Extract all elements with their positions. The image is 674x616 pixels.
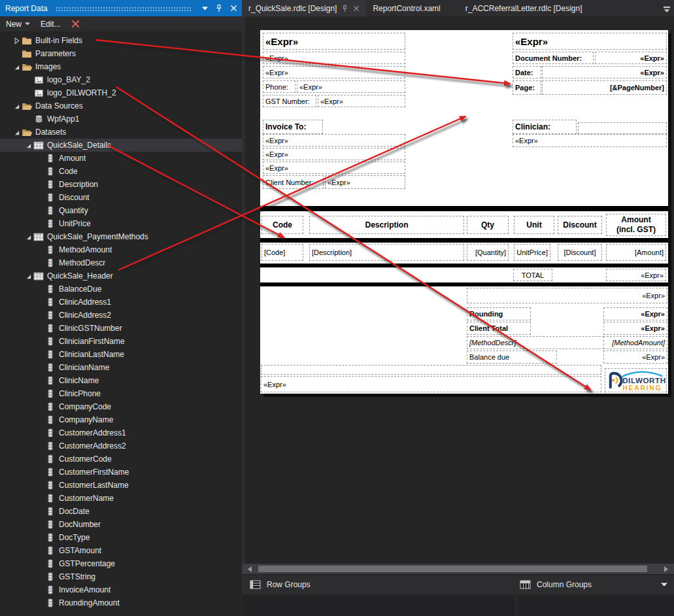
- panel-close-icon[interactable]: [227, 3, 239, 14]
- tree-item-companycode[interactable]: CompanyCode: [0, 400, 242, 413]
- tree-item-customeraddress1[interactable]: CustomerAddress1: [0, 426, 242, 439]
- tree-item-clinicname[interactable]: ClinicName: [0, 374, 242, 387]
- tree-item-parameters[interactable]: Parameters: [0, 47, 242, 60]
- tree-item-methoddescr[interactable]: MethodDescr: [0, 256, 242, 269]
- tree-item-balancedue[interactable]: BalanceDue: [0, 282, 242, 296]
- tree-item-gststring[interactable]: GSTString: [0, 570, 242, 583]
- client-total-label[interactable]: Client Total: [467, 322, 531, 335]
- panel-dropdown-icon[interactable]: [199, 3, 211, 14]
- tree-item-quicksale-header[interactable]: QuickSale_Header: [0, 269, 242, 282]
- balance-due-label[interactable]: Balance due: [467, 351, 557, 364]
- customer-address2-textbox[interactable]: «Expr»: [263, 162, 405, 174]
- active-files-dropdown-icon[interactable]: [663, 4, 671, 16]
- method-amount-cell[interactable]: [MethodAmount]: [603, 336, 667, 349]
- qty-column-header[interactable]: Qty: [467, 216, 509, 234]
- tree-item-logo-bay-2[interactable]: logo_BAY_2: [0, 73, 242, 86]
- tree-item-customeraddress2[interactable]: CustomerAddress2: [0, 439, 242, 453]
- tree-item-unitprice[interactable]: UnitPrice: [0, 217, 242, 230]
- unit-column-header[interactable]: Unit: [514, 216, 554, 234]
- tree-item-customername[interactable]: CustomerName: [0, 492, 242, 505]
- code-column-header[interactable]: Code: [261, 216, 303, 234]
- summary-top-textbox[interactable]: «Expr»: [467, 288, 667, 303]
- tree-item-clinicianname[interactable]: ClinicianName: [0, 361, 242, 374]
- tree-item-gstpercentage[interactable]: GSTPercentage: [0, 557, 242, 570]
- expander-expanded-icon[interactable]: [24, 273, 33, 280]
- client-number-label[interactable]: Client Number:: [263, 175, 324, 189]
- discount-column-header[interactable]: Discount: [558, 216, 602, 234]
- edit-button[interactable]: Edit...: [41, 20, 61, 29]
- clinic-address2-textbox[interactable]: «Expr»: [263, 66, 405, 78]
- gst-number-value-textbox[interactable]: «Expr»: [318, 95, 405, 107]
- tree-item-description[interactable]: Description: [0, 178, 242, 191]
- expander-expanded-icon[interactable]: [24, 142, 33, 149]
- tree-item-quicksale-paymentmethods[interactable]: QuickSale_PaymentMethods: [0, 230, 242, 243]
- doc-type-textbox[interactable]: «Expr»: [513, 33, 667, 50]
- balance-due-value-textbox[interactable]: «Expr»: [603, 351, 667, 364]
- tree-item-clinicphone[interactable]: ClinicPhone: [0, 387, 242, 400]
- tree-item-code[interactable]: Code: [0, 165, 242, 178]
- expander-expanded-icon[interactable]: [12, 103, 21, 110]
- phone-value-textbox[interactable]: «Expr»: [297, 80, 405, 93]
- tree-item-methodamount[interactable]: MethodAmount: [0, 243, 242, 256]
- tree-item-clinicianlastname[interactable]: ClinicianLastName: [0, 348, 242, 361]
- expander-expanded-icon[interactable]: [12, 63, 21, 71]
- tree-item-gstamount[interactable]: GSTAmount: [0, 544, 242, 557]
- description-cell[interactable]: [Description]: [309, 244, 464, 261]
- description-column-header[interactable]: Description: [309, 216, 464, 234]
- dilworth-logo-imagebox[interactable]: DILWORTH HEARING: [605, 368, 667, 392]
- tab-pin-icon[interactable]: [341, 5, 348, 12]
- tab-close-icon[interactable]: [353, 5, 360, 12]
- tree-item-docnumber[interactable]: DocNumber: [0, 518, 242, 531]
- panel-pin-icon[interactable]: [213, 3, 225, 14]
- phone-label[interactable]: Phone:: [263, 80, 295, 93]
- tree-item-clinicaddress1[interactable]: ClinicAddress1: [0, 296, 242, 309]
- client-total-value-textbox[interactable]: «Expr»: [603, 322, 667, 335]
- expander-collapsed-icon[interactable]: [12, 37, 21, 44]
- unitprice-cell[interactable]: UnitPrice]: [514, 244, 550, 261]
- row-groups-section[interactable]: Row Groups: [250, 575, 311, 594]
- clinic-name-textbox[interactable]: «Expr»: [263, 33, 405, 50]
- customer-name-textbox[interactable]: «Expr»: [263, 134, 405, 146]
- method-descr-cell[interactable]: [MethodDescr]: [467, 336, 604, 349]
- rounding-value-textbox[interactable]: «Expr»: [603, 307, 667, 320]
- tree-item-wpfapp1[interactable]: WpfApp1: [0, 112, 242, 126]
- scroll-thumb[interactable]: [258, 566, 647, 572]
- tree-item-clinicaddress2[interactable]: ClinicAddress2: [0, 309, 242, 322]
- tree-item-data-sources[interactable]: Data Sources: [0, 99, 242, 112]
- tree-item-clinicgstnumber[interactable]: ClinicGSTNumber: [0, 322, 242, 335]
- gst-number-label[interactable]: GST Number:: [263, 95, 316, 107]
- report-page[interactable]: «Expr» «Expr» «Expr» Phone: «Expr» GST N…: [260, 30, 668, 394]
- column-groups-pane[interactable]: [517, 594, 674, 616]
- tree-item-docdate[interactable]: DocDate: [0, 505, 242, 518]
- expander-expanded-icon[interactable]: [24, 233, 33, 241]
- delete-button[interactable]: [71, 20, 80, 28]
- panel-title-bar[interactable]: Report Data: [0, 0, 242, 16]
- tree-item-images[interactable]: Images: [0, 60, 242, 73]
- tree-item-quantity[interactable]: Quantity: [0, 204, 242, 217]
- tree-item-built-in-fields[interactable]: Built-in Fields: [0, 34, 242, 47]
- amount-cell[interactable]: [Amount]: [606, 244, 666, 261]
- tree-item-quicksale-details[interactable]: QuickSale_Details: [0, 139, 242, 152]
- quantity-cell[interactable]: [Quantity]: [467, 244, 509, 261]
- date-value-textbox[interactable]: «Expr»: [542, 66, 667, 78]
- expander-expanded-icon[interactable]: [12, 129, 21, 136]
- discount-cell[interactable]: [Discount]: [558, 244, 602, 261]
- document-number-value-textbox[interactable]: «Expr»: [595, 52, 667, 64]
- tab-reportcontrol-xaml[interactable]: ReportControl.xaml: [366, 0, 447, 16]
- rounding-label[interactable]: Rounding: [467, 307, 531, 320]
- clinician-label[interactable]: Clinician:: [513, 120, 577, 134]
- tree-item-discount[interactable]: Discount: [0, 191, 242, 204]
- total-label[interactable]: TOTAL: [513, 269, 552, 281]
- tab-r-quicksale-rdlc-design[interactable]: r_QuickSale.rdlc [Design]: [242, 0, 366, 16]
- invoice-to-label[interactable]: Invoice To:: [263, 120, 323, 134]
- tree-item-companyname[interactable]: CompanyName: [0, 413, 242, 426]
- tab-r-accreferralletter-rdlc-design[interactable]: r_ACCReferralLetter.rdlc [Design]: [459, 0, 589, 16]
- scroll-right-arrow-icon[interactable]: [663, 566, 669, 572]
- clinic-address1-textbox[interactable]: «Expr»: [263, 52, 405, 64]
- tree-item-amount[interactable]: Amount: [0, 152, 242, 165]
- document-number-label[interactable]: Document Number:: [513, 52, 594, 64]
- page-label[interactable]: Page:: [513, 80, 541, 95]
- total-value-textbox[interactable]: «Expr»: [606, 269, 666, 281]
- footer-expr-textbox[interactable]: «Expr»: [261, 376, 601, 392]
- page-number-value-textbox[interactable]: [&PageNumber]: [542, 80, 667, 95]
